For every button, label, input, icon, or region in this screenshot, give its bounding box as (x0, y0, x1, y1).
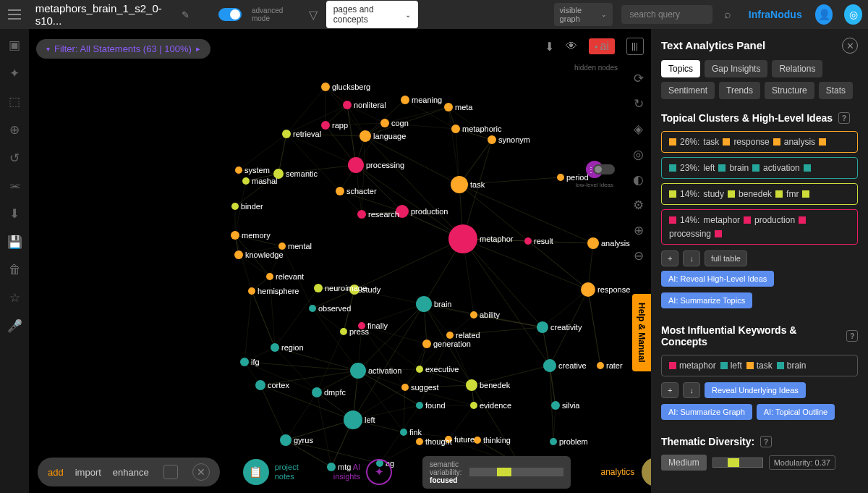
export-icon[interactable]: ⬇ (545, 40, 554, 54)
eye-icon[interactable]: 👁 (566, 40, 577, 53)
edit-icon[interactable]: ✎ (182, 9, 190, 20)
svg-point-257 (248, 287, 255, 295)
semantic-variability-box[interactable]: semanticvariability:focused (422, 456, 570, 489)
svg-point-251 (231, 203, 239, 210)
svg-point-253 (278, 243, 286, 250)
wand-icon[interactable]: ✦ (9, 66, 20, 81)
svg-line-10 (463, 140, 492, 239)
sort-button[interactable]: ↓ (683, 382, 700, 398)
svg-text:nonliteral: nonliteral (354, 101, 386, 109)
svg-line-108 (542, 290, 588, 327)
expand-icon[interactable] (163, 465, 178, 479)
filter-icon[interactable]: ▽ (309, 8, 318, 22)
svg-text:creativity: creativity (550, 323, 582, 332)
enhance-button[interactable]: enhance (113, 467, 149, 478)
scope-dropdown[interactable]: pages and concepts⌄ (326, 1, 418, 28)
ai-insights-icon[interactable]: ✦ (366, 459, 392, 485)
tab-structure[interactable]: Structure (765, 82, 814, 99)
ai-badge[interactable]: ai (589, 38, 615, 54)
svg-text:fink: fink (409, 428, 422, 437)
history-icon[interactable]: ↺ (9, 151, 20, 166)
advanced-mode-toggle[interactable] (218, 8, 242, 21)
svg-text:synonym: synonym (498, 135, 530, 144)
svg-line-134 (244, 347, 275, 362)
search-icon[interactable]: ⌕ (724, 8, 731, 21)
search-input[interactable]: search query (621, 5, 712, 24)
tab-topics[interactable]: Topics (661, 60, 700, 77)
cluster-item[interactable]: 26%: task response analysis (661, 131, 858, 153)
svg-line-122 (278, 134, 286, 174)
card-icon[interactable]: ▣ (9, 38, 20, 53)
svg-text:schacter: schacter (346, 187, 377, 195)
help-avatar[interactable]: ◎ (844, 4, 862, 25)
expand-button[interactable]: + (661, 250, 678, 266)
svg-point-183 (344, 410, 362, 429)
save-icon[interactable]: 💾 (7, 235, 22, 250)
mic-icon[interactable]: 🎤 (7, 319, 22, 334)
svg-text:creative: creative (558, 361, 587, 370)
panel-close-icon[interactable]: ✕ (842, 38, 858, 54)
analytics-label[interactable]: analytics (601, 467, 635, 477)
svg-line-110 (528, 241, 588, 290)
reveal-underlying-button[interactable]: Reveal Underlying Ideas (705, 382, 806, 398)
cluster-item[interactable]: 14%: metaphor production processing (661, 209, 858, 245)
full-table-button[interactable]: full table (705, 250, 747, 266)
tab-sentiment[interactable]: Sentiment (661, 82, 715, 99)
summarize-topics-button[interactable]: AI: Summarize Topics (661, 292, 752, 308)
close-pill-icon[interactable]: ✕ (192, 463, 210, 481)
svg-line-26 (244, 362, 358, 371)
svg-text:observed: observed (318, 304, 351, 313)
svg-point-283 (550, 438, 557, 445)
summarize-graph-button[interactable]: AI: Summarize Graph (661, 404, 752, 420)
svg-point-181 (416, 296, 432, 312)
select-icon[interactable]: ⬚ (9, 94, 20, 109)
reveal-ideas-button[interactable]: AI: Reveal High-Level Ideas (661, 271, 774, 287)
svg-text:task: task (470, 180, 485, 189)
help-icon[interactable]: ? (760, 436, 772, 447)
svg-text:research: research (368, 210, 399, 219)
svg-point-193 (543, 359, 556, 372)
tab-stats[interactable]: Stats (819, 82, 853, 99)
visible-graph-dropdown[interactable]: visible graph⌄ (554, 3, 613, 26)
globe-icon[interactable]: ⊕ (9, 122, 20, 138)
star-icon[interactable]: ☆ (9, 290, 20, 306)
svg-text:cogn: cogn (391, 119, 409, 127)
help-icon[interactable]: ? (846, 330, 858, 342)
tab-gap-insights[interactable]: Gap Insights (705, 60, 767, 77)
svg-line-130 (286, 392, 317, 440)
graph-canvas[interactable]: ▾ Filter: All Statements (63 | 100%) ▸ ⬇… (29, 29, 651, 493)
network-graph[interactable]: metaphortaskbrainleftactivationprocessin… (58, 58, 637, 478)
trash-icon[interactable]: 🗑 (9, 263, 21, 277)
svg-point-187 (348, 157, 364, 173)
tab-trends[interactable]: Trends (719, 82, 760, 99)
svg-point-229 (444, 103, 453, 111)
topical-outline-button[interactable]: AI: Topical Outline (757, 404, 835, 420)
brand-label: InfraNodus (749, 9, 802, 20)
menu-icon[interactable] (6, 4, 24, 25)
svg-text:found: found (425, 401, 446, 410)
svg-text:activation: activation (368, 366, 401, 375)
input-pill: add import enhance ✕ (38, 458, 220, 486)
svg-text:response: response (597, 285, 630, 294)
tab-relations[interactable]: Relations (772, 60, 822, 77)
svg-point-263 (358, 322, 365, 329)
sort-button[interactable]: ↓ (683, 250, 700, 266)
cluster-item[interactable]: 23%: left brain activation (661, 157, 858, 179)
add-button[interactable]: add (48, 467, 64, 478)
user-avatar[interactable]: 👤 (815, 4, 833, 25)
svg-line-9 (354, 239, 463, 290)
download-icon[interactable]: ⬇ (9, 206, 20, 222)
svg-point-191 (581, 282, 595, 297)
filter-bar[interactable]: ▾ Filter: All Statements (63 | 100%) ▸ (36, 39, 210, 59)
chart-icon[interactable]: ⫼ (626, 38, 644, 55)
expand-button[interactable]: + (661, 382, 678, 398)
project-notes-label: projectnotes (275, 463, 299, 481)
svg-text:related: related (456, 331, 480, 340)
share-icon[interactable]: ⫘ (9, 179, 21, 193)
cluster-item[interactable]: 14%: study benedek fmr (661, 183, 858, 205)
import-button[interactable]: import (75, 467, 101, 478)
svg-point-223 (314, 284, 323, 292)
project-notes-icon[interactable]: 📋 (243, 459, 269, 485)
svg-text:result: result (534, 237, 553, 245)
help-icon[interactable]: ? (838, 112, 850, 124)
